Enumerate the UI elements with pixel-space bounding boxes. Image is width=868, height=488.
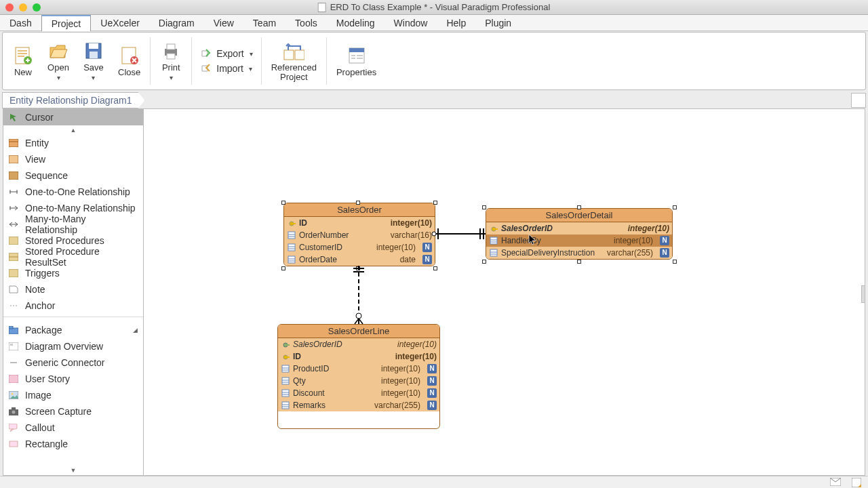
statusbar xyxy=(0,476,868,488)
entity-salesorderline[interactable]: SalesOrderLine SalesOrderIDinteger(10)ID… xyxy=(277,324,440,429)
palette-scroll-up[interactable]: ▲ xyxy=(3,125,143,135)
import-button[interactable]: Import▾ xyxy=(200,62,252,75)
menu-uexceler[interactable]: UeXceler xyxy=(91,15,149,30)
palette-anchor[interactable]: Anchor xyxy=(3,298,143,314)
resize-handle[interactable] xyxy=(433,201,437,205)
column-name: SpecialDeliveryInstruction xyxy=(501,248,601,258)
entity-salesorderdetail[interactable]: SalesOrderDetail SalesOrderIDinteger(10)… xyxy=(486,208,673,260)
import-icon xyxy=(200,62,212,75)
column-row[interactable]: HandledByinteger(10)N xyxy=(486,235,672,247)
column-row[interactable]: Qtyinteger(10)N xyxy=(278,375,439,387)
breadcrumb-bar: Entity Relationship Diagram1 xyxy=(2,92,866,109)
resize-handle[interactable] xyxy=(577,260,581,264)
menu-view[interactable]: View xyxy=(204,15,243,30)
palette-diagram-overview[interactable]: Diagram Overview xyxy=(3,338,143,354)
new-button[interactable]: New xyxy=(7,35,39,87)
palette-many-to-many[interactable]: Many-to-Many Relationship xyxy=(3,216,143,232)
cardinality-one-icon xyxy=(431,228,442,239)
svg-rect-59 xyxy=(495,228,498,230)
column-row[interactable]: OrderNumbervarchar(16) xyxy=(284,229,435,241)
mail-icon[interactable] xyxy=(830,478,841,487)
palette-image[interactable]: Image xyxy=(3,387,143,403)
diagram-canvas[interactable]: SalesOrder IDinteger(10)OrderNumbervarch… xyxy=(144,108,865,476)
entity-columns: SalesOrderIDinteger(10)HandledByinteger(… xyxy=(486,222,672,259)
column-row[interactable]: SpecialDeliveryInstructionvarchar(255)N xyxy=(486,247,672,259)
view-icon xyxy=(9,155,18,163)
palette-triggers[interactable]: Triggers xyxy=(3,265,143,281)
properties-label: Properties xyxy=(336,68,376,77)
properties-button[interactable]: Properties xyxy=(331,35,382,87)
resize-handle[interactable] xyxy=(577,205,581,209)
zoom-window-button[interactable] xyxy=(33,3,41,12)
close-button[interactable]: Close xyxy=(113,35,146,87)
column-row[interactable]: SalesOrderIDinteger(10) xyxy=(486,222,672,235)
print-button[interactable]: Print▾ xyxy=(155,35,187,87)
menu-help[interactable]: Help xyxy=(437,15,475,30)
menu-diagram[interactable]: Diagram xyxy=(149,15,204,30)
resize-handle[interactable] xyxy=(281,201,285,205)
menu-team[interactable]: Team xyxy=(243,15,285,30)
palette-user-story[interactable]: User Story xyxy=(3,371,143,387)
resize-handle[interactable] xyxy=(356,201,360,205)
palette-sequence[interactable]: Sequence xyxy=(3,167,143,184)
resize-handle[interactable] xyxy=(673,205,677,209)
palette-scroll-down[interactable]: ▼ xyxy=(3,466,143,475)
menu-project[interactable]: Project xyxy=(41,15,92,31)
menu-window[interactable]: Window xyxy=(384,15,437,30)
resize-handle[interactable] xyxy=(433,266,437,270)
menu-dash[interactable]: Dash xyxy=(0,15,41,30)
palette-generic-connector[interactable]: Generic Connector xyxy=(3,354,143,371)
column-row[interactable]: IDinteger(10) xyxy=(278,350,439,363)
separator xyxy=(326,37,327,85)
column-row[interactable]: OrderDatedateN xyxy=(284,253,435,266)
open-button[interactable]: Open▾ xyxy=(42,35,75,87)
menu-plugin[interactable]: Plugin xyxy=(475,15,521,30)
column-type: integer(10) xyxy=(381,376,420,386)
palette-stored-procedure-resultset[interactable]: Stored Procedure ResultSet xyxy=(3,249,143,265)
palette-cursor[interactable]: Cursor xyxy=(3,109,143,125)
canvas-side-handle[interactable] xyxy=(861,285,865,303)
svg-rect-3 xyxy=(18,56,24,57)
column-row[interactable]: Discountinteger(10)N xyxy=(278,387,439,399)
entity-columns: SalesOrderIDinteger(10)IDinteger(10)Prod… xyxy=(278,338,439,411)
svg-rect-39 xyxy=(10,344,13,346)
palette-rectangle[interactable]: Rectangle xyxy=(3,436,143,452)
workspace: Cursor ▲ Entity View Sequence One-to-One… xyxy=(3,108,865,476)
referenced-project-button[interactable]: Referenced Project xyxy=(266,35,322,87)
palette-entity[interactable]: Entity xyxy=(3,135,143,151)
palette-callout[interactable]: Callout xyxy=(3,420,143,436)
resize-handle[interactable] xyxy=(673,260,677,264)
entity-columns: IDinteger(10)OrderNumbervarchar(16)Custo… xyxy=(284,217,435,266)
resize-handle[interactable] xyxy=(482,260,486,264)
palette-package[interactable]: Package◢ xyxy=(3,322,143,338)
note-icon[interactable] xyxy=(852,478,863,487)
palette-one-to-one[interactable]: One-to-One Relationship xyxy=(3,184,143,200)
menu-tools[interactable]: Tools xyxy=(285,15,327,30)
column-name: SalesOrderID xyxy=(293,340,346,349)
menu-modeling[interactable]: Modeling xyxy=(327,15,384,30)
svg-rect-2 xyxy=(18,53,27,54)
column-row[interactable]: IDinteger(10) xyxy=(284,217,435,229)
svg-rect-38 xyxy=(9,342,18,350)
palette-view[interactable]: View xyxy=(3,151,143,167)
svg-point-43 xyxy=(12,393,14,395)
column-icon xyxy=(287,218,296,228)
resize-handle[interactable] xyxy=(482,205,486,209)
svg-rect-56 xyxy=(288,256,295,263)
save-button[interactable]: Save▾ xyxy=(77,35,110,87)
palette-screen-capture[interactable]: Screen Capture xyxy=(3,403,143,420)
column-row[interactable]: SalesOrderIDinteger(10) xyxy=(278,338,439,350)
palette-note[interactable]: Note xyxy=(3,281,143,298)
breadcrumb-tab[interactable]: Entity Relationship Diagram1 xyxy=(2,92,145,108)
column-row[interactable]: ProductIDinteger(10)N xyxy=(278,363,439,375)
entity-salesorder[interactable]: SalesOrder IDinteger(10)OrderNumbervarch… xyxy=(283,203,435,266)
svg-rect-66 xyxy=(287,344,290,346)
save-icon xyxy=(83,40,104,62)
close-window-button[interactable] xyxy=(5,3,14,12)
resize-handle[interactable] xyxy=(281,266,285,270)
export-button[interactable]: Export▾ xyxy=(200,47,252,60)
minimize-window-button[interactable] xyxy=(19,3,27,12)
column-row[interactable]: CustomerIDinteger(10)N xyxy=(284,241,435,253)
breadcrumb-overview-button[interactable] xyxy=(851,93,866,108)
column-row[interactable]: Remarksvarchar(255)N xyxy=(278,399,439,411)
